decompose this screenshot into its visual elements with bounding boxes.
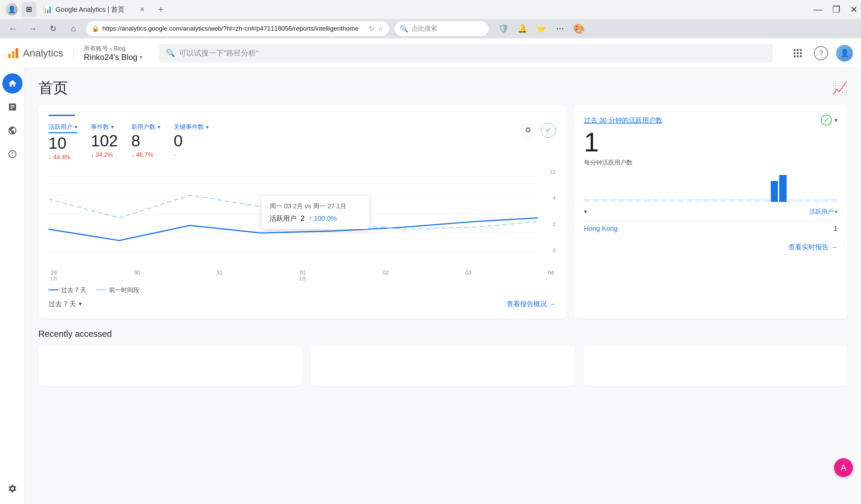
window-controls: — ❐ ✕ xyxy=(814,4,858,15)
header-search[interactable]: 🔍 可以试搜一下"路径分析" xyxy=(159,44,773,62)
search-icon: 🔍 xyxy=(166,49,175,57)
card-footer: 过去 7 天 ▾ 查看报告概况 → xyxy=(49,299,556,309)
trending-btn[interactable]: 📈 xyxy=(832,81,848,95)
tooltip-title: 周一 03 2月 vs 周一 27 1月 xyxy=(270,202,361,211)
profile-icon[interactable]: 👤 xyxy=(6,3,18,15)
tab-grid-btn[interactable]: ⊞ xyxy=(22,2,36,17)
ext-icon-3[interactable]: ⭐ xyxy=(535,23,547,34)
home-btn[interactable]: ⌂ xyxy=(66,21,81,36)
recently-card-3[interactable] xyxy=(583,346,848,386)
ext-icon-color[interactable]: 🎨 xyxy=(573,23,585,34)
metric-active-users-value: 10 xyxy=(49,135,78,152)
realtime-sub-label: 每分钟活跃用户数 xyxy=(584,158,837,167)
metric-new-users-dropdown[interactable]: ▾ xyxy=(158,124,160,130)
metric-new-users-value: 8 xyxy=(131,132,160,150)
realtime-metric-selector[interactable]: 活跃用户 ▾ xyxy=(809,208,837,216)
refresh-url-icon[interactable]: ↻ xyxy=(369,25,374,33)
mini-bar-11 xyxy=(669,199,676,202)
realtime-metric-dropdown[interactable]: ▾ xyxy=(835,209,837,215)
realtime-check-btn[interactable]: ✓ xyxy=(821,115,832,126)
active-tab[interactable]: 📊 Google Analytics | 首页 ✕ xyxy=(38,2,152,17)
realtime-period-selector[interactable]: ▾ xyxy=(584,208,587,215)
chart-x-axis: 291月 30 31 012月 02 03 04 xyxy=(49,270,556,282)
metric-key-events-dropdown[interactable]: ▾ xyxy=(206,124,209,130)
location-count: 1 xyxy=(834,225,837,233)
tooltip-value: 2 xyxy=(301,214,305,223)
address-bar[interactable]: 🔒 https://analytics.google.com/analytics… xyxy=(86,21,389,36)
realtime-period-dropdown[interactable]: ▾ xyxy=(584,208,587,215)
metric-events-value: 102 xyxy=(91,132,118,150)
maximize-btn[interactable]: ❐ xyxy=(832,4,840,15)
legend-line-previous xyxy=(96,289,106,290)
mini-bar-3 xyxy=(601,199,608,202)
ext-icon-2[interactable]: 🔔 xyxy=(516,23,529,34)
search-icon: 🔍 xyxy=(400,25,408,33)
metric-new-users-change: ↓ 46.7% xyxy=(131,151,160,158)
sidebar-item-advertising[interactable] xyxy=(2,144,23,164)
tooltip-row: 活跃用户 2 ↑ 100.0% xyxy=(270,214,361,223)
grid-view-btn[interactable] xyxy=(790,45,806,61)
tooltip-change: ↑ 100.0% xyxy=(309,215,337,222)
extension-icons: 🛡️ 🔔 ⭐ ⋯ 🎨 xyxy=(497,23,585,34)
view-realtime-link[interactable]: 查看实时报告 → xyxy=(788,242,837,252)
mini-bar-28 xyxy=(813,199,820,202)
sidebar-item-explore[interactable] xyxy=(2,121,23,141)
dropdown-arrow[interactable]: ▾ xyxy=(139,54,142,61)
mini-bar-21 xyxy=(754,199,761,202)
analytics-logo-text: Analytics xyxy=(23,47,63,59)
refresh-btn[interactable]: ↻ xyxy=(46,21,60,36)
header-actions: ? 👤 xyxy=(790,45,853,61)
realtime-dropdown-btn[interactable]: ▾ xyxy=(834,116,837,124)
floating-help-btn[interactable]: A xyxy=(834,458,853,477)
metric-events-dropdown[interactable]: ▾ xyxy=(111,124,114,130)
sidebar-item-settings[interactable] xyxy=(2,478,23,499)
sidebar-item-reports[interactable] xyxy=(2,97,23,117)
metric-key-events-label-text: 关键事件数 xyxy=(174,123,204,131)
logo-icon xyxy=(8,48,18,58)
sidebar-item-home[interactable] xyxy=(2,73,23,94)
period-dropdown-arrow[interactable]: ▾ xyxy=(79,300,82,308)
ext-icon-1[interactable]: 🛡️ xyxy=(497,23,510,34)
recently-card-2[interactable] xyxy=(311,346,575,386)
mini-bar-6 xyxy=(626,199,633,202)
svg-rect-1 xyxy=(797,49,798,51)
period-selector[interactable]: 过去 7 天 ▾ xyxy=(49,299,82,309)
realtime-label[interactable]: 过去 30 分钟的活跃用户数 xyxy=(584,116,662,125)
blog-name[interactable]: Rinko24's Blog ▾ xyxy=(84,53,142,62)
svg-rect-8 xyxy=(800,55,802,57)
back-btn[interactable]: ← xyxy=(5,21,20,36)
mini-bar-29 xyxy=(822,199,829,202)
new-tab-btn[interactable]: + xyxy=(153,2,168,17)
help-btn[interactable]: ? xyxy=(814,46,828,60)
forward-btn[interactable]: → xyxy=(26,21,40,36)
account-nav: 所有账号 › Blog Rinko24's Blog ▾ xyxy=(84,44,142,62)
mini-bar-17 xyxy=(720,199,727,202)
x-label-02: 02 xyxy=(383,270,389,282)
x-label-30: 30 xyxy=(134,270,140,282)
minimize-btn[interactable]: — xyxy=(814,4,822,15)
star-icon[interactable]: ☆ xyxy=(378,25,384,33)
svg-rect-3 xyxy=(794,52,795,54)
metric-new-users-label[interactable]: 新用户数 ▾ xyxy=(131,123,160,131)
blog-name-text: Rinko24's Blog xyxy=(84,53,137,62)
metric-key-events-label[interactable]: 关键事件数 ▾ xyxy=(174,123,209,131)
ext-icon-menu[interactable]: ⋯ xyxy=(554,23,566,34)
metric-active-users-label[interactable]: 活跃用户 ▾ xyxy=(49,123,78,133)
mini-bar-5 xyxy=(618,199,625,202)
mini-bar-20 xyxy=(745,199,752,202)
customize-chart-btn[interactable]: ⚙ xyxy=(521,123,535,138)
tab-close-btn[interactable]: ✕ xyxy=(137,5,147,14)
svg-rect-2 xyxy=(800,49,802,51)
metric-key-events-value: 0 xyxy=(174,132,209,150)
search-bar[interactable]: 🔍 点此搜索 xyxy=(395,21,489,36)
tab-bar: 👤 ⊞ 📊 Google Analytics | 首页 ✕ + — ❐ ✕ xyxy=(0,0,861,19)
view-report-link[interactable]: 查看报告概况 → xyxy=(507,299,556,309)
recently-card-1[interactable] xyxy=(38,346,303,386)
metric-active-users: 活跃用户 ▾ 10 ↓ 44.4% xyxy=(49,123,78,161)
user-avatar[interactable]: 👤 xyxy=(836,45,853,61)
metric-events-label[interactable]: 事件数 ▾ xyxy=(91,123,118,131)
close-btn[interactable]: ✕ xyxy=(850,4,858,15)
x-label-01: 01 xyxy=(300,270,306,276)
check-data-btn[interactable]: ✓ xyxy=(541,123,556,138)
metric-dropdown-arrow[interactable]: ▾ xyxy=(75,124,78,130)
